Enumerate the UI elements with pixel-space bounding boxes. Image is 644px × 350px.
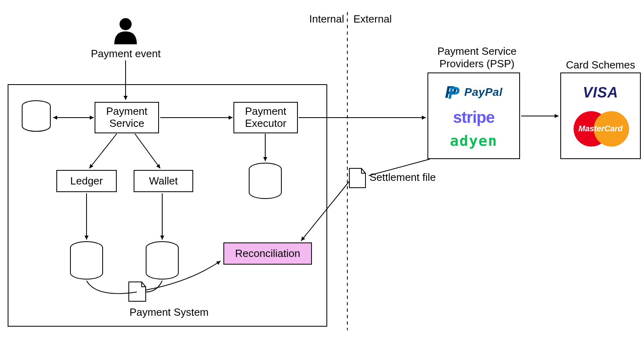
document-payment-system-icon: [129, 282, 146, 301]
svg-point-0: [120, 18, 132, 30]
label-payment-system: Payment System: [119, 306, 219, 319]
label-psp-title: Payment Service Providers (PSP): [421, 45, 533, 70]
arrow-service-to-ledger: [89, 134, 117, 168]
box-payment-executor: Payment Executor: [233, 102, 298, 133]
arrow-service-to-wallet: [135, 134, 160, 168]
box-wallet: Wallet: [134, 170, 193, 192]
logo-stripe: stripe: [453, 108, 495, 126]
box-card-schemes: VISA MasterCard: [560, 72, 641, 159]
box-payment-service: Payment Service: [95, 102, 159, 133]
label-settlement-file: Settlement file: [369, 171, 436, 184]
line-settlement-to-reconciliation: [301, 181, 349, 241]
box-ledger: Ledger: [56, 170, 117, 192]
db-payment-service-icon: [22, 101, 50, 131]
label-external: External: [353, 13, 392, 25]
db-wallet-icon: [146, 242, 178, 279]
box-reconciliation: Reconciliation: [223, 242, 312, 265]
logo-adyen: adyen: [450, 133, 497, 149]
label-card-schemes-title: Card Schemes: [560, 59, 641, 71]
logo-mastercard: MasterCard: [570, 111, 631, 147]
logo-paypal: PP PayPal: [445, 83, 503, 102]
label-payment-event: Payment event: [87, 48, 165, 60]
db-ledger-icon: [70, 242, 103, 279]
label-internal: Internal: [306, 13, 344, 25]
curve-walletdb-to-doc: [146, 281, 162, 292]
logo-visa: VISA: [583, 84, 618, 101]
document-settlement-icon: [349, 168, 365, 188]
user-icon: [114, 18, 137, 44]
db-executor-icon: [249, 163, 281, 199]
box-psp: PP PayPal stripe adyen: [427, 72, 520, 159]
